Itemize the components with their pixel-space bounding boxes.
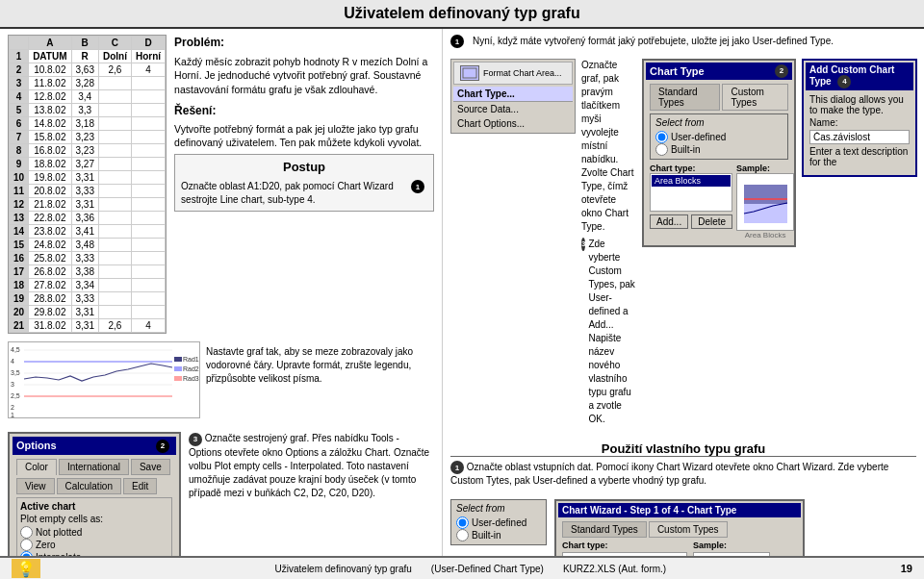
table-row: 1928.8.023,33 bbox=[10, 292, 166, 306]
chart-wizard-title: Chart Wizard - Step 1 of 4 - Chart Type bbox=[558, 503, 801, 517]
usage-radio-user-defined[interactable]: User-defined bbox=[456, 516, 541, 529]
options-badge: 2 bbox=[156, 440, 169, 453]
plot-empty-label: Plot empty cells as: bbox=[20, 514, 168, 524]
col-header-c: C bbox=[98, 37, 131, 50]
delete-button[interactable]: Delete bbox=[691, 214, 732, 229]
table-row: 715.8.023,23 bbox=[10, 131, 166, 144]
wizard-chart-type-label: Chart type: bbox=[562, 541, 687, 550]
chart-options-menu-item[interactable]: Chart Options... bbox=[453, 116, 573, 131]
options-tabs2: View Calculation Edit bbox=[16, 478, 172, 494]
chart-type-label: Chart type: bbox=[650, 164, 732, 173]
footer-center: Uživatelem definovaný typ grafu (User-De… bbox=[275, 564, 667, 574]
table-row: 2029.8.023,31 bbox=[10, 306, 166, 319]
right-middle-note: Označte graf, pak pravým tlačítkem myši … bbox=[581, 59, 636, 426]
tab-color[interactable]: Color bbox=[16, 459, 57, 475]
table-row: 311.8.023,28 bbox=[10, 77, 166, 90]
radio-zero[interactable]: Zero bbox=[20, 539, 168, 551]
chart-type-menu-item[interactable]: Chart Type... bbox=[453, 87, 573, 102]
badge-3: 3 bbox=[581, 238, 585, 251]
table-row: 918.8.023,27 bbox=[10, 158, 166, 171]
chart-type-tabs: Standard Types Custom Types bbox=[650, 84, 788, 111]
table-row: 1120.8.023,33 bbox=[10, 185, 166, 198]
tab-calculation[interactable]: Calculation bbox=[57, 478, 121, 494]
page-container: Uživatelem definovaný typ grafu A B bbox=[0, 0, 924, 579]
tab-edit[interactable]: Edit bbox=[123, 478, 157, 494]
table-row: 2131.8.023,312,64 bbox=[10, 319, 166, 333]
wizard-custom-tab[interactable]: Custom Types bbox=[649, 521, 728, 538]
chart-type-list-area: Area Blocks bbox=[650, 173, 732, 212]
col-header-a: A bbox=[29, 37, 71, 50]
svg-text:4: 4 bbox=[11, 358, 14, 365]
spreadsheet: A B C D 1DATUMRDolníHorní210.8.023,632,6… bbox=[8, 35, 167, 334]
footer-center-text2: KURZ2.XLS (Aut. form.) bbox=[563, 564, 666, 574]
footer-page: 19 bbox=[901, 563, 912, 574]
svg-rect-18 bbox=[174, 376, 182, 381]
format-chart-area-item[interactable]: Format Chart Area... bbox=[453, 62, 573, 85]
svg-text:Rad1: Rad1 bbox=[183, 356, 199, 363]
add-custom-title: Add Custom Chart Type 4 bbox=[806, 63, 913, 90]
standard-types-tab[interactable]: Standard Types bbox=[650, 84, 720, 111]
active-chart-label: Active chart bbox=[20, 501, 168, 512]
tab-save[interactable]: Save bbox=[131, 459, 170, 475]
usage-section-title: Použití vlastního typu grafu bbox=[450, 441, 916, 457]
table-row: 1019.8.023,31 bbox=[10, 171, 166, 185]
usage-select-from: Select from User-defined Built-in bbox=[450, 499, 547, 545]
tab-international[interactable]: International bbox=[59, 459, 129, 475]
options-badge-inline: 3 bbox=[189, 433, 202, 446]
wizard-standard-tab[interactable]: Standard Types bbox=[562, 521, 647, 538]
table-row: 1423.8.023,41 bbox=[10, 225, 166, 239]
problem-section: Problém: Každý měsíc zobrazit pohyb hodn… bbox=[174, 35, 434, 334]
radio-not-plotted[interactable]: Not plotted bbox=[20, 526, 168, 539]
select-from-box: Select from User-defined Built-in bbox=[650, 113, 788, 160]
add-button[interactable]: Add... bbox=[650, 214, 688, 229]
table-row: 210.8.023,632,64 bbox=[10, 63, 166, 77]
add-custom-badge: 4 bbox=[837, 75, 851, 88]
context-menu: Format Chart Area... Chart Type... Sourc… bbox=[450, 59, 576, 134]
options-tabs: Color International Save bbox=[16, 459, 172, 475]
usage-radio-built-in[interactable]: Built-in bbox=[456, 529, 541, 541]
add-chart-name-input[interactable] bbox=[809, 130, 910, 144]
footer-center-text1: (User-Defined Chart Type) bbox=[431, 564, 544, 574]
custom-types-tab[interactable]: Custom Types bbox=[722, 84, 788, 111]
footer-left-text: Uživatelem definovaný typ grafu bbox=[275, 564, 412, 574]
table-row: 614.8.023,18 bbox=[10, 117, 166, 131]
format-icon bbox=[460, 65, 479, 81]
svg-text:3,5: 3,5 bbox=[11, 369, 20, 376]
table-row: 412.8.023,4 bbox=[10, 90, 166, 104]
options-instruction: 3 Označte sestrojený graf. Přes nabídku … bbox=[189, 432, 434, 500]
footer-icon: 💡 bbox=[12, 559, 40, 578]
svg-text:Rad3: Rad3 bbox=[183, 375, 199, 382]
add-custom-dialog: Add Custom Chart Type 4 This dialog allo… bbox=[802, 59, 917, 177]
usage-badge: 1 bbox=[450, 461, 464, 474]
svg-rect-16 bbox=[174, 366, 182, 371]
postup-box: Postup Označte oblast A1:D20, pak pomocí… bbox=[174, 154, 434, 212]
svg-rect-33 bbox=[744, 185, 787, 204]
chart-type-dialog-title: Chart Type 2 bbox=[646, 63, 792, 80]
area-blocks-item[interactable]: Area Blocks bbox=[652, 175, 731, 187]
table-row: 1625.8.023,33 bbox=[10, 252, 166, 265]
svg-rect-32 bbox=[744, 204, 787, 223]
solution-heading: Řešení: bbox=[174, 103, 434, 119]
table-row: 1322.8.023,36 bbox=[10, 212, 166, 225]
source-data-menu-item[interactable]: Source Data... bbox=[453, 102, 573, 116]
chart-preview: 4,5 4 3,5 3 2,5 2 1 bbox=[8, 341, 200, 418]
postup-text: Označte oblast A1:D20, pak pomocí Chart … bbox=[181, 180, 407, 207]
tab-view[interactable]: View bbox=[16, 478, 55, 494]
select-from-label: Select from bbox=[655, 117, 783, 128]
sample-label: Sample: bbox=[736, 164, 794, 173]
chart-type-dialog: Chart Type 2 Standard Types Custom Types… bbox=[642, 59, 796, 247]
col-header-d: D bbox=[131, 37, 165, 50]
problem-text1: Každý měsíc zobrazit pohyb hodnoty R v m… bbox=[174, 55, 434, 97]
svg-text:1: 1 bbox=[11, 412, 14, 418]
postup-title: Postup bbox=[181, 159, 427, 176]
radio-built-in[interactable]: Built-in bbox=[655, 143, 783, 156]
right-top-badge: 1 bbox=[450, 35, 464, 48]
problem-heading: Problém: bbox=[174, 35, 434, 51]
table-row: 513.8.023,3 bbox=[10, 104, 166, 117]
wizard-tabs: Standard Types Custom Types bbox=[562, 521, 797, 538]
svg-text:2,5: 2,5 bbox=[11, 392, 20, 399]
svg-text:Rad2: Rad2 bbox=[183, 365, 199, 372]
svg-text:3: 3 bbox=[11, 381, 14, 388]
radio-user-defined[interactable]: User-defined bbox=[655, 131, 783, 143]
chart-sample bbox=[736, 173, 794, 231]
